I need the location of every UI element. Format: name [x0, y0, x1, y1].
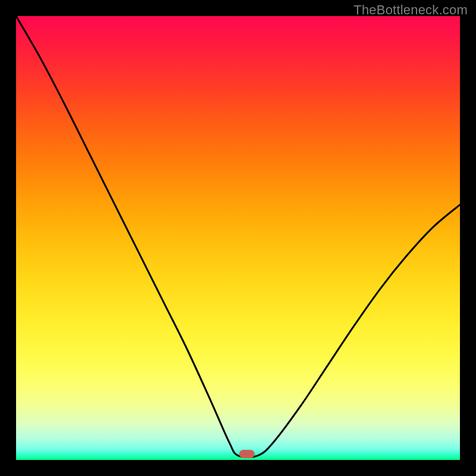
- plot-area: [16, 16, 460, 460]
- bottleneck-curve-path: [16, 16, 460, 457]
- chart-frame: TheBottleneck.com: [0, 0, 476, 476]
- curve-svg: [16, 16, 460, 460]
- minimum-marker: [239, 450, 255, 458]
